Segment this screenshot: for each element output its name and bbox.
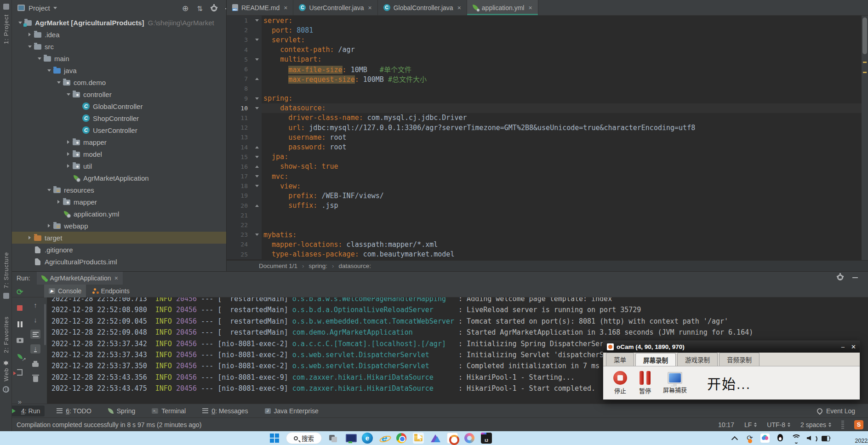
toolwindow-button-spring[interactable]: Spring xyxy=(103,405,140,416)
tree-item-mapper[interactable]: mapper xyxy=(12,196,226,208)
taskbar-edge-icon[interactable] xyxy=(362,433,373,444)
tree-expand-arrow[interactable] xyxy=(46,224,53,228)
restart-spring-icon[interactable] xyxy=(15,352,25,361)
down-stacktrace-icon[interactable]: ↓ xyxy=(30,315,40,324)
tray-batt-icon[interactable] xyxy=(821,434,830,443)
tree-item-agriculturalproducts-iml[interactable]: AgriculturalProducts.iml xyxy=(12,256,226,268)
tree-item-agrmarket-agriculturalproducts[interactable]: AgrMarket [AgriculturalProducts]G:\sheji… xyxy=(12,17,226,29)
tree-expand-arrow[interactable] xyxy=(46,187,53,193)
ocam-tab-[interactable]: 菜单 xyxy=(606,353,634,366)
tree-item-util[interactable]: util xyxy=(12,160,226,172)
taskbar-idea-icon[interactable] xyxy=(481,433,492,444)
tree-item-target[interactable]: target xyxy=(12,232,226,244)
editor-scrollbar[interactable] xyxy=(862,16,868,260)
fold-marker-cell[interactable] xyxy=(252,230,262,240)
stop-icon[interactable] xyxy=(15,303,25,313)
clear-console-icon[interactable] xyxy=(30,374,40,383)
editor-stripe-mark[interactable] xyxy=(863,62,867,63)
soft-wrap-icon[interactable] xyxy=(30,330,40,339)
tree-item-idea[interactable]: .idea xyxy=(12,29,226,40)
editor-tab-readme-md[interactable]: README.md× xyxy=(227,0,293,15)
tree-item-webapp[interactable]: webapp xyxy=(12,220,226,232)
run-settings-gear-icon[interactable] xyxy=(837,274,843,280)
line-separator-selector[interactable]: LF xyxy=(744,421,757,428)
thread-dump-icon[interactable] xyxy=(15,336,25,345)
fold-marker-cell[interactable] xyxy=(252,16,262,25)
taskbar-ie-icon[interactable] xyxy=(379,433,390,444)
tray-chevron-icon[interactable] xyxy=(730,434,739,443)
tree-item-gitignore[interactable]: .gitignore xyxy=(12,244,226,256)
tray-qq-icon[interactable] xyxy=(776,434,785,443)
tree-expand-arrow[interactable] xyxy=(46,68,53,74)
close-icon[interactable]: × xyxy=(284,4,287,11)
tree-expand-arrow[interactable] xyxy=(65,91,72,97)
editor-tab-globalcontroller-java[interactable]: CGlobalController.java× xyxy=(378,0,467,15)
console-scrollbar[interactable] xyxy=(44,304,46,345)
tree-expand-arrow[interactable] xyxy=(36,56,43,62)
taskbar-explorer-icon[interactable] xyxy=(413,433,424,444)
run-tab-endpoints[interactable]: Endpoints xyxy=(88,285,134,297)
tree-expand-arrow[interactable] xyxy=(65,152,72,156)
fold-marker-cell[interactable] xyxy=(252,74,262,84)
indent-selector[interactable]: 2 spaces xyxy=(800,421,831,428)
project-view-title[interactable]: Project xyxy=(29,4,50,12)
taskbar-appm-icon[interactable] xyxy=(430,433,441,444)
taskbar-windows-icon[interactable] xyxy=(269,433,280,444)
close-icon[interactable]: × xyxy=(114,274,118,282)
tree-item-application-yml[interactable]: application.yml xyxy=(12,208,226,220)
tree-item-usercontroller[interactable]: CUserController xyxy=(12,124,226,136)
hide-run-panel-icon[interactable] xyxy=(852,277,858,278)
breadcrumb-item-spring[interactable]: spring: xyxy=(309,262,328,269)
breadcrumb-item-datasource[interactable]: datasource: xyxy=(339,262,371,269)
collapse-all-icon[interactable]: ⇅ xyxy=(197,5,203,13)
tree-item-shopcontroller[interactable]: CShopController xyxy=(12,112,226,124)
encoding-selector[interactable]: UTF-8 xyxy=(767,421,790,428)
rerun-icon[interactable]: ⟳ xyxy=(15,287,25,297)
up-stacktrace-icon[interactable]: ↑ xyxy=(30,300,40,309)
gear-icon[interactable] xyxy=(211,6,217,11)
taskbar-search-box[interactable]: 搜索 xyxy=(286,432,322,444)
tray-sync-icon[interactable]: ⟳ xyxy=(745,434,754,443)
ocam-title-bar[interactable]: oCam (4, 90, 1890, 970) – ✕ xyxy=(603,341,860,353)
run-tab-console[interactable]: ▶Console xyxy=(44,285,86,297)
tree-item-mapper[interactable]: mapper xyxy=(12,136,226,148)
scroll-to-end-icon[interactable]: ↓ xyxy=(30,344,40,354)
taskbar-clock[interactable]: 22:53 2022/12/28 xyxy=(847,432,868,444)
run-configuration-tab[interactable]: AgrMarketApplication × xyxy=(37,272,123,285)
tree-item-com-demo[interactable]: com.demo xyxy=(12,76,226,88)
tray-wifi-icon[interactable] xyxy=(791,434,800,443)
tree-expand-arrow[interactable] xyxy=(26,236,34,240)
editor-scrollbar-thumb[interactable] xyxy=(862,17,867,54)
toolwindow-button-project[interactable]: 1: Project xyxy=(3,14,10,44)
taskbar-pc-icon[interactable] xyxy=(345,433,356,444)
tree-expand-arrow[interactable] xyxy=(26,33,34,36)
fold-marker-cell[interactable] xyxy=(252,181,262,191)
tree-item-src[interactable]: src xyxy=(12,40,226,52)
pause-output-icon[interactable] xyxy=(15,319,25,329)
toolwindow-button-run[interactable]: 4: Run xyxy=(7,405,45,416)
fold-marker-cell[interactable] xyxy=(252,55,262,64)
taskbar-ppt-icon[interactable] xyxy=(447,433,458,444)
editor-stripe-mark[interactable] xyxy=(863,72,867,73)
tree-item-java[interactable]: java xyxy=(12,64,226,76)
close-icon[interactable]: × xyxy=(368,4,371,11)
tree-item-model[interactable]: model xyxy=(12,148,226,160)
fold-marker-cell[interactable] xyxy=(252,142,262,152)
code-editor[interactable]: 1server:2 port: 80813 servlet:4 context-… xyxy=(227,16,862,260)
toolwindow-button-favorites[interactable]: 2: Favorites xyxy=(3,316,10,353)
print-icon[interactable] xyxy=(30,359,40,368)
tree-expand-arrow[interactable] xyxy=(55,80,63,86)
close-icon[interactable]: × xyxy=(457,4,461,11)
exit-icon[interactable] xyxy=(15,368,25,377)
fold-marker-cell[interactable] xyxy=(252,103,262,113)
tree-expand-arrow[interactable] xyxy=(65,140,72,144)
toolwindow-button-todo[interactable]: 6: TODO xyxy=(52,405,96,416)
ocam-minimize-button[interactable]: – xyxy=(841,343,845,350)
tree-item-resources[interactable]: resources xyxy=(12,184,226,196)
locate-file-icon[interactable]: ⊕ xyxy=(182,4,188,13)
ocam-close-button[interactable]: ✕ xyxy=(851,343,856,350)
fold-marker-cell[interactable] xyxy=(252,162,262,171)
editor-tab-application-yml[interactable]: application.yml× xyxy=(467,0,538,15)
ocam-tab-[interactable]: 音频录制 xyxy=(719,353,760,366)
tray-rings-icon[interactable] xyxy=(760,434,770,443)
